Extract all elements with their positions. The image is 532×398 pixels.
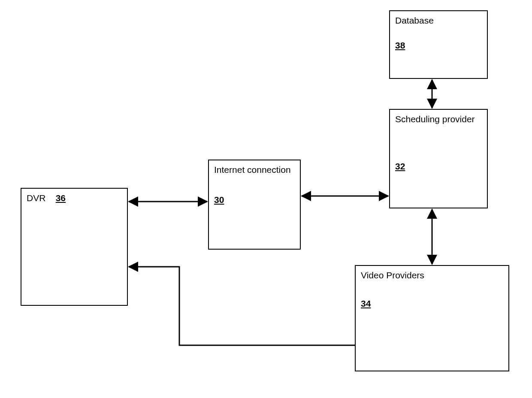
node-database-ref: 38 <box>395 40 405 51</box>
node-video: Video Providers 34 <box>355 265 509 371</box>
edge-video-dvr <box>129 267 355 345</box>
node-video-label: Video Providers <box>361 270 503 280</box>
node-internet: Internet connection 30 <box>208 160 301 250</box>
node-dvr-label: DVR <box>27 193 45 203</box>
node-database: Database 38 <box>389 10 488 79</box>
node-scheduling-label: Scheduling provider <box>395 114 482 124</box>
node-dvr-ref: 36 <box>56 193 66 203</box>
node-video-ref: 34 <box>361 298 371 309</box>
node-scheduling-ref: 32 <box>395 161 405 172</box>
node-internet-ref: 30 <box>214 195 224 205</box>
node-internet-label: Internet connection <box>214 165 295 175</box>
node-database-label: Database <box>395 15 482 26</box>
node-dvr: DVR 36 <box>21 188 128 306</box>
node-scheduling: Scheduling provider 32 <box>389 109 488 208</box>
